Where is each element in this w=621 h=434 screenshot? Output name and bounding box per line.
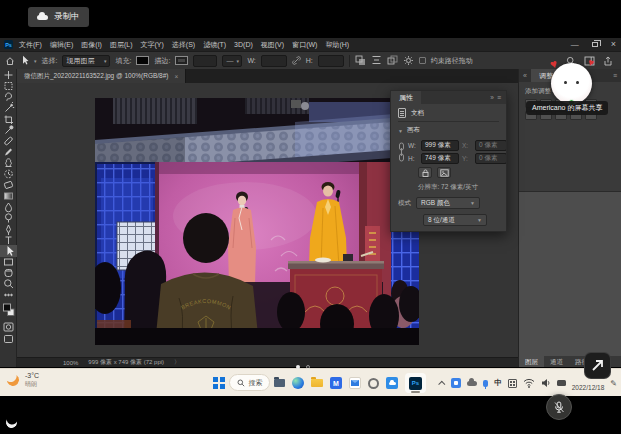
status-chevron-icon[interactable]: 〉 bbox=[174, 358, 180, 367]
stroke-color-swatch[interactable] bbox=[175, 56, 188, 65]
canvas-fill-dropdown[interactable] bbox=[433, 231, 479, 232]
start-button[interactable] bbox=[213, 377, 225, 389]
minimize-button[interactable]: — bbox=[571, 38, 579, 51]
tab-channels[interactable]: 通道 bbox=[544, 356, 569, 367]
battery-icon[interactable] bbox=[557, 380, 566, 386]
tool-quick-selection[interactable] bbox=[6, 102, 15, 112]
screen-share-avatar[interactable]: ♥ ♥ bbox=[551, 63, 592, 104]
explorer-dark-icon[interactable] bbox=[274, 379, 285, 387]
canvas-section-caret-icon[interactable]: ▼ bbox=[398, 128, 403, 134]
path-alignment-icon[interactable] bbox=[371, 55, 382, 66]
canvas-fill-swatch[interactable] bbox=[416, 232, 428, 233]
tool-path-selection[interactable] bbox=[0, 245, 17, 257]
mic-mute-button[interactable] bbox=[546, 394, 572, 420]
tray-cloud-icon[interactable] bbox=[467, 381, 477, 386]
color-swatches[interactable] bbox=[4, 304, 15, 316]
tool-zoom[interactable] bbox=[5, 280, 13, 288]
width-field[interactable] bbox=[261, 55, 287, 67]
tray-chevron-up-icon[interactable] bbox=[439, 380, 446, 387]
clock-date[interactable]: 2022/12/18 bbox=[572, 384, 605, 391]
settings-gear-icon[interactable] bbox=[368, 378, 379, 389]
tab-layers[interactable]: 图层 bbox=[519, 356, 544, 367]
tool-shape[interactable] bbox=[5, 259, 13, 265]
menu-help[interactable]: 帮助(H) bbox=[325, 40, 349, 50]
menu-image[interactable]: 图像(I) bbox=[81, 40, 102, 50]
menu-layer[interactable]: 图层(L) bbox=[110, 40, 133, 50]
edge-browser-icon[interactable] bbox=[292, 377, 304, 389]
path-arrangement-icon[interactable] bbox=[387, 55, 398, 66]
prop-w-input[interactable]: 999 像素 bbox=[421, 140, 459, 151]
wifi-icon[interactable] bbox=[523, 378, 535, 388]
properties-menu-icon[interactable]: ≡ bbox=[497, 94, 501, 101]
tool-blur[interactable] bbox=[6, 203, 12, 212]
prop-h-input[interactable]: 749 像素 bbox=[421, 153, 459, 164]
speaker-icon[interactable] bbox=[541, 378, 551, 388]
tool-hand[interactable] bbox=[5, 270, 12, 277]
document-tab[interactable]: 微信图片_20220221163522.jpg @ 100%(RGB/8#) × bbox=[17, 69, 186, 83]
menu-window[interactable]: 窗口(W) bbox=[292, 40, 317, 50]
tool-clone-stamp[interactable] bbox=[6, 159, 12, 167]
photoshop-taskbar-icon[interactable]: Ps bbox=[405, 373, 426, 393]
carousel-dot[interactable] bbox=[306, 365, 310, 369]
properties-collapse-icon[interactable]: » bbox=[490, 94, 494, 101]
quick-mask-icon[interactable] bbox=[4, 323, 13, 331]
path-selection-tool-icon[interactable] bbox=[20, 55, 29, 66]
menu-type[interactable]: 文字(Y) bbox=[140, 40, 163, 50]
carousel-dot-active[interactable] bbox=[296, 365, 300, 369]
height-field[interactable] bbox=[318, 55, 344, 67]
menu-3d[interactable]: 3D(D) bbox=[234, 41, 253, 48]
mode-dropdown[interactable]: RGB 颜色▼ bbox=[416, 197, 480, 209]
tool-brush[interactable] bbox=[5, 149, 12, 156]
ime-indicator[interactable]: 中 bbox=[494, 378, 502, 388]
menu-edit[interactable]: 编辑(E) bbox=[50, 40, 73, 50]
tab-close-icon[interactable]: × bbox=[175, 73, 179, 80]
prop-x-input[interactable]: 0 像素 bbox=[475, 140, 507, 151]
stroke-width-field[interactable] bbox=[193, 55, 217, 67]
tool-gradient[interactable] bbox=[5, 193, 13, 199]
menu-select[interactable]: 选择(S) bbox=[172, 40, 195, 50]
path-operations-icon[interactable] bbox=[355, 55, 366, 66]
tool-eraser[interactable] bbox=[4, 181, 13, 189]
gear-icon[interactable] bbox=[403, 55, 414, 66]
select-mode-dropdown[interactable]: 现用图层▾ bbox=[62, 55, 110, 67]
weather-widget[interactable]: -3°C 晴朗 bbox=[7, 372, 39, 388]
share-icon[interactable] bbox=[603, 56, 613, 66]
m-app-icon[interactable]: M bbox=[330, 377, 342, 389]
collapse-panels-icon[interactable]: « bbox=[523, 72, 527, 79]
lock-icon-button[interactable] bbox=[418, 167, 432, 178]
tool-eyedropper[interactable] bbox=[6, 126, 13, 134]
restore-button[interactable] bbox=[592, 42, 598, 47]
tool-preset-caret-icon[interactable]: ▾ bbox=[34, 58, 37, 64]
mail-app-icon[interactable] bbox=[349, 377, 361, 389]
tool-healing-brush[interactable] bbox=[4, 137, 13, 146]
tool-move[interactable] bbox=[5, 71, 13, 79]
tray-blue-app-icon[interactable] bbox=[451, 378, 461, 388]
pen-icon[interactable]: ✎ bbox=[610, 379, 617, 388]
zoom-level[interactable]: 100% bbox=[63, 360, 78, 366]
link-dimensions-icon[interactable] bbox=[292, 56, 301, 65]
tool-pen[interactable] bbox=[7, 225, 11, 235]
tool-dodge[interactable] bbox=[6, 214, 12, 223]
menu-file[interactable]: 文件(F) bbox=[19, 40, 42, 50]
tool-edit-toolbar[interactable] bbox=[5, 294, 13, 296]
canvas-photo[interactable]: BREAKCOMMON bbox=[95, 98, 419, 345]
constrain-path-checkbox[interactable] bbox=[419, 57, 426, 64]
tool-lasso[interactable] bbox=[6, 93, 12, 101]
image-icon-button[interactable] bbox=[437, 167, 451, 178]
prop-y-input[interactable]: 0 像素 bbox=[475, 153, 507, 164]
recording-badge[interactable]: 录制中 bbox=[28, 7, 89, 27]
tool-type[interactable] bbox=[6, 237, 12, 244]
close-button[interactable]: × bbox=[611, 38, 616, 51]
tool-marquee[interactable] bbox=[5, 83, 12, 90]
menu-filter[interactable]: 滤镜(T) bbox=[203, 40, 226, 50]
link-wh-icon[interactable] bbox=[398, 142, 405, 162]
tray-mic-icon[interactable] bbox=[483, 380, 488, 387]
ime-grid-icon[interactable] bbox=[508, 379, 517, 388]
tool-history-brush[interactable] bbox=[5, 170, 13, 178]
expand-arrow-overlay[interactable] bbox=[584, 352, 611, 379]
folder-icon[interactable] bbox=[311, 379, 323, 387]
bit-depth-dropdown[interactable]: 8 位/通道▼ bbox=[423, 214, 487, 226]
menu-view[interactable]: 视图(V) bbox=[261, 40, 284, 50]
tab-properties[interactable]: 属性 bbox=[391, 91, 421, 104]
stroke-style-dropdown[interactable]: —▾ bbox=[222, 55, 242, 67]
